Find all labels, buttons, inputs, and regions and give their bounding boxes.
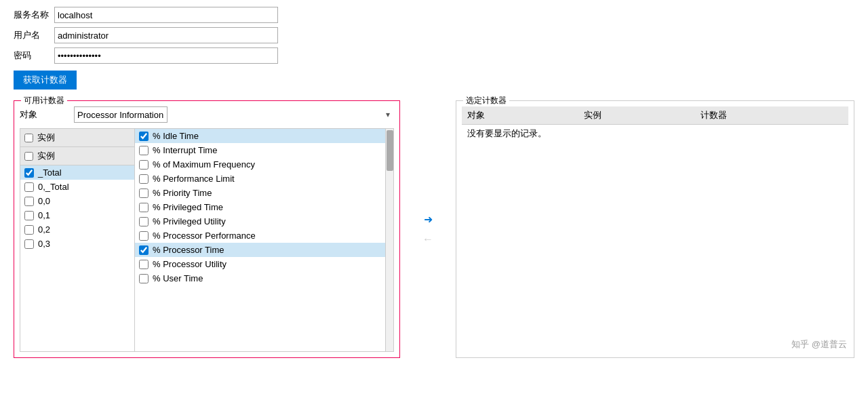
username-row: 用户名 [14, 27, 854, 43]
instance-all-checkbox[interactable] [24, 134, 33, 142]
instance-item[interactable]: 0,2 [20, 222, 134, 237]
server-row: 服务名称 [14, 7, 854, 23]
instance-all-checkbox[interactable] [24, 152, 33, 161]
instance-list[interactable]: 实例 实例_Total0,_Total0,00,10,20,3 [20, 128, 135, 352]
selected-panel: 选定计数器 对象 实例 计数器 没有要显示的记录。 知乎 @道普云 [456, 100, 854, 358]
main-area: 可用计数器 对象 Processor Information 实例 实例_Tot… [14, 100, 854, 358]
counter-checkbox[interactable] [139, 146, 149, 155]
instance-checkbox[interactable] [24, 211, 34, 220]
instance-checkbox[interactable] [24, 168, 34, 178]
password-input[interactable] [54, 47, 278, 64]
instance-item[interactable]: 0,3 [20, 237, 134, 251]
username-input[interactable] [54, 27, 278, 43]
counter-item[interactable]: % of Maximum Frequency [135, 157, 385, 172]
no-records-row: 没有要显示的记录。 [462, 125, 848, 143]
object-select[interactable]: Processor Information [74, 106, 167, 123]
instance-checkbox[interactable] [24, 197, 34, 206]
counter-item[interactable]: % Priority Time [135, 186, 385, 200]
counter-item[interactable]: % Privileged Utility [135, 214, 385, 229]
counter-item[interactable]: % Processor Time [135, 243, 385, 257]
scrollbar-thumb [387, 130, 393, 171]
counter-checkbox[interactable] [139, 231, 149, 241]
counter-item[interactable]: % User Time [135, 271, 385, 285]
instance-checkbox[interactable] [24, 225, 34, 235]
server-label: 服务名称 [14, 9, 54, 21]
instance-header-label: 实例 [37, 150, 55, 162]
col-instance: 实例 [578, 106, 695, 125]
object-label: 对象 [20, 108, 74, 121]
counter-label: % Interrupt Time [153, 145, 217, 155]
counter-label: % Processor Time [153, 245, 224, 255]
counter-label: % User Time [153, 273, 203, 283]
counter-checkbox[interactable] [139, 132, 149, 141]
col-object: 对象 [462, 106, 578, 125]
password-row: 密码 [14, 47, 854, 64]
scrollbar-track[interactable] [386, 128, 394, 352]
counter-label: % Performance Limit [153, 174, 235, 184]
instance-header: 实例 [20, 147, 134, 165]
instance-item[interactable]: 0,1 [20, 208, 134, 222]
counter-checkbox[interactable] [139, 217, 149, 226]
instance-header: 实例 [20, 129, 134, 147]
counter-label: % Processor Utility [153, 259, 226, 269]
counter-label: % Privileged Time [153, 202, 223, 212]
counter-label: % of Maximum Frequency [153, 159, 255, 170]
instance-item[interactable]: 0,_Total [20, 180, 134, 194]
counter-label: % Privileged Utility [153, 216, 226, 226]
selected-table-header: 对象 实例 计数器 [462, 106, 848, 125]
watermark: 知乎 @道普云 [791, 338, 847, 351]
arrow-area: ➜ ← [414, 100, 442, 358]
instance-checkbox[interactable] [24, 182, 34, 192]
counter-item[interactable]: % Idle Time [135, 129, 385, 143]
col-counter: 计数器 [695, 106, 848, 125]
two-col: 实例 实例_Total0,_Total0,00,10,20,3 % Idle T… [20, 128, 394, 352]
object-row: 对象 Processor Information [20, 106, 394, 123]
counter-checkbox[interactable] [139, 189, 149, 198]
instance-label: 0,1 [38, 210, 50, 220]
available-panel: 可用计数器 对象 Processor Information 实例 实例_Tot… [14, 100, 400, 358]
instance-label: 0,_Total [38, 182, 69, 192]
object-select-wrapper: Processor Information [74, 106, 394, 123]
username-label: 用户名 [14, 29, 54, 41]
counter-checkbox[interactable] [139, 274, 149, 283]
no-records-text: 没有要显示的记录。 [462, 125, 848, 143]
server-input[interactable] [54, 7, 278, 23]
password-label: 密码 [14, 50, 54, 62]
counter-item[interactable]: % Interrupt Time [135, 143, 385, 157]
remove-arrow-button[interactable]: ← [420, 232, 435, 247]
add-arrow-button[interactable]: ➜ [420, 212, 435, 226]
instance-list-body: 实例_Total0,_Total0,00,10,20,3 [20, 147, 134, 251]
counter-checkbox[interactable] [139, 260, 149, 269]
counter-checkbox[interactable] [139, 174, 149, 184]
counter-checkbox[interactable] [139, 203, 149, 212]
counter-list[interactable]: % Idle Time% Interrupt Time% of Maximum … [135, 128, 386, 352]
instance-label: 0,2 [38, 224, 50, 235]
counter-checkbox[interactable] [139, 160, 149, 170]
selected-table: 对象 实例 计数器 没有要显示的记录。 [462, 106, 848, 142]
counter-item[interactable]: % Performance Limit [135, 172, 385, 186]
counter-label: % Processor Performance [153, 231, 256, 241]
counter-item[interactable]: % Privileged Time [135, 200, 385, 214]
counter-label: % Priority Time [153, 188, 212, 198]
counter-checkbox[interactable] [139, 245, 149, 255]
instance-label: 0,0 [38, 196, 50, 206]
counter-item[interactable]: % Processor Utility [135, 257, 385, 271]
instance-item[interactable]: _Total [20, 165, 134, 180]
instance-label: 0,3 [38, 239, 50, 249]
instance-checkbox[interactable] [24, 239, 34, 249]
instance-item[interactable]: 0,0 [20, 194, 134, 208]
selected-panel-title: 选定计数器 [463, 95, 509, 106]
counter-item[interactable]: % Processor Performance [135, 229, 385, 243]
available-panel-title: 可用计数器 [21, 95, 67, 106]
instance-header-label: 实例 [37, 132, 55, 144]
instance-label: _Total [38, 167, 62, 178]
fetch-button[interactable]: 获取计数器 [14, 71, 77, 90]
counter-label: % Idle Time [153, 131, 199, 141]
counter-list-body: % Idle Time% Interrupt Time% of Maximum … [135, 129, 385, 285]
